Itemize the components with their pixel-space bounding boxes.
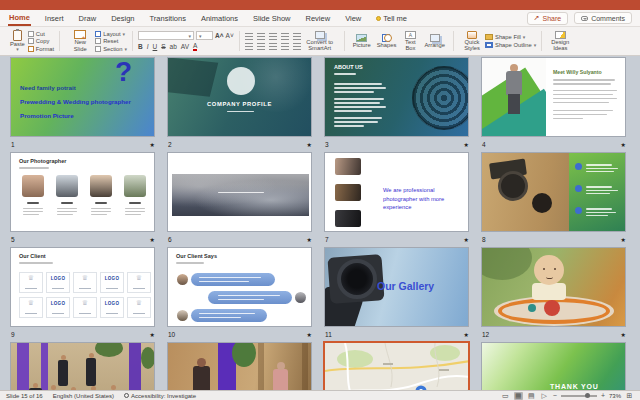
comments-button[interactable]: Comments [574,12,632,24]
slide-thumbnail-2[interactable]: COMPANY PROFILE 2★ [167,57,314,152]
tab-design[interactable]: Design [110,12,135,25]
align-right-icon[interactable] [269,43,277,50]
strikethrough-button[interactable]: S [161,43,165,50]
quick-styles-button[interactable]: Quick Styles [459,31,485,52]
copy-button[interactable]: Copy [28,38,54,44]
shape-fill-button[interactable]: Shape Fill▾ [485,34,536,40]
accessibility-label: Accessibility: Investigate [131,393,196,399]
slide-thumbnail-7[interactable]: We are professional photographer with mo… [324,152,471,247]
slide-16-canvas[interactable]: THANK YOU [481,342,626,390]
convert-smartart-button[interactable]: Convert to SmartArt [301,31,339,52]
slide-thumbnail-15[interactable]: 15★ [324,342,471,390]
slide-2-canvas[interactable]: COMPANY PROFILE [167,57,312,137]
slide-sorter-grid: ? Need family potrait Prewedding & Weddi… [10,57,630,390]
shapes-label: Shapes [377,42,397,48]
zoom-slider[interactable] [561,395,597,397]
slideshow-button[interactable]: ▷ [540,392,549,400]
slide-thumbnail-6[interactable]: 6★ [167,152,314,247]
slide-thumbnail-8[interactable]: 8★ [481,152,628,247]
slide-14-canvas[interactable] [167,342,312,390]
font-size-combo[interactable]: ▾ [196,31,213,40]
tab-insert[interactable]: Insert [44,12,65,25]
slide-7-canvas[interactable]: We are professional photographer with mo… [324,152,469,232]
tab-home[interactable]: Home [8,11,31,26]
slide-thumbnail-11[interactable]: Our Gallery 11★ [324,247,471,342]
slide-11-canvas[interactable]: Our Gallery [324,247,469,327]
slide-1-canvas[interactable]: ? Need family potrait Prewedding & Weddi… [10,57,155,137]
shapes-button[interactable]: Shapes [374,34,400,48]
zoom-out-button[interactable]: − [553,392,557,399]
align-left-icon[interactable] [245,43,253,50]
zoom-percentage[interactable]: 73% [609,393,621,399]
tab-transitions[interactable]: Transitions [148,12,186,25]
slide-3-canvas[interactable]: ABOUT US [324,57,469,137]
numbering-icon[interactable] [257,33,265,40]
slide-thumbnail-1[interactable]: ? Need family potrait Prewedding & Weddi… [10,57,157,152]
new-slide-button[interactable]: New Slide [65,30,95,52]
share-button[interactable]: ↗ Share [527,12,569,25]
character-spacing-button[interactable]: AV [181,43,189,50]
font-name-combo[interactable]: ▾ [138,31,194,40]
increase-indent-icon[interactable] [281,33,289,40]
paste-button[interactable]: Paste ▾ [7,30,28,53]
slide-thumbnail-10[interactable]: Our Client Says 10★ [167,247,314,342]
tab-tell-me[interactable]: Tell me [375,12,408,25]
slide-thumbnail-4[interactable]: Meet Willy Sulyanto 4★ [481,57,628,152]
slide-9-canvas[interactable]: Our Client ♕ LOGO ♕ LOGO ♕ ♕ LOGO ♕ LOGO… [10,247,155,327]
bullets-icon[interactable] [245,33,253,40]
picture-button[interactable]: Picture [350,34,374,48]
layout-button[interactable]: Layout▾ [95,31,127,37]
slide-counter[interactable]: Slide 15 of 16 [6,393,43,399]
fit-to-window-button[interactable]: ⊞ [625,392,634,400]
slide-15-canvas[interactable] [324,342,469,390]
slide-thumbnail-9[interactable]: Our Client ♕ LOGO ♕ LOGO ♕ ♕ LOGO ♕ LOGO… [10,247,157,342]
tab-animations[interactable]: Animations [200,12,239,25]
bold-button[interactable]: B [138,43,143,50]
shape-outline-button[interactable]: Shape Outline▾ [485,42,536,48]
slide-sorter-view-button[interactable]: ▦ [514,392,523,400]
section-button[interactable]: Section▾ [95,46,127,52]
tab-view[interactable]: View [344,12,362,25]
slide-thumbnail-5[interactable]: Our Photographer 5★ [10,152,157,247]
slide-thumbnail-14[interactable]: 14★ [167,342,314,390]
mountain-photo [172,174,309,216]
tab-review[interactable]: Review [305,12,332,25]
decrease-indent-icon[interactable] [269,33,277,40]
slide-4-canvas[interactable]: Meet Willy Sulyanto [481,57,626,137]
slide-8-canvas[interactable] [481,152,626,232]
font-color-button[interactable]: A [193,42,197,51]
slide-thumbnail-13[interactable]: 13★ [10,342,157,390]
slide-thumbnail-3[interactable]: ABOUT US 3★ [324,57,471,152]
slide-12-canvas[interactable] [481,247,626,327]
zoom-in-button[interactable]: + [601,392,605,399]
shrink-font-button[interactable]: A˅ [226,32,234,39]
justify-icon[interactable] [281,43,289,50]
slide-thumbnail-12[interactable]: 12★ [481,247,628,342]
cut-button[interactable]: Cut [28,31,54,37]
arrange-button[interactable]: Arrange [421,34,448,48]
language-indicator[interactable]: English (United States) [53,393,114,399]
slide-6-canvas[interactable] [167,152,312,232]
tab-draw[interactable]: Draw [78,12,98,25]
text-line-placeholder [334,110,372,112]
reading-view-button[interactable]: ▤ [527,392,536,400]
slide-thumbnail-16[interactable]: THANK YOU 16★ [481,342,628,390]
line-spacing-icon[interactable] [293,33,301,40]
format-painter-button[interactable]: Format [28,46,54,52]
slide-10-canvas[interactable]: Our Client Says [167,247,312,327]
slide-13-canvas[interactable] [10,342,155,390]
text-shadow-button[interactable]: ab [170,43,177,50]
text-box-button[interactable]: AText Box [399,31,421,52]
italic-button[interactable]: I [147,43,149,50]
accessibility-checker[interactable]: Accessibility: Investigate [124,393,196,399]
text-direction-icon[interactable] [293,43,301,50]
reset-button[interactable]: Reset [95,38,127,44]
normal-view-button[interactable]: ▭ [501,392,510,400]
tab-slide-show[interactable]: Slide Show [252,12,292,25]
design-ideas-button[interactable]: Design Ideas [547,31,573,52]
slide-5-canvas[interactable]: Our Photographer [10,152,155,232]
zoom-slider-thumb[interactable] [585,393,590,398]
grow-font-button[interactable]: A˄ [215,32,224,39]
align-center-icon[interactable] [257,43,265,50]
underline-button[interactable]: U [153,43,158,50]
